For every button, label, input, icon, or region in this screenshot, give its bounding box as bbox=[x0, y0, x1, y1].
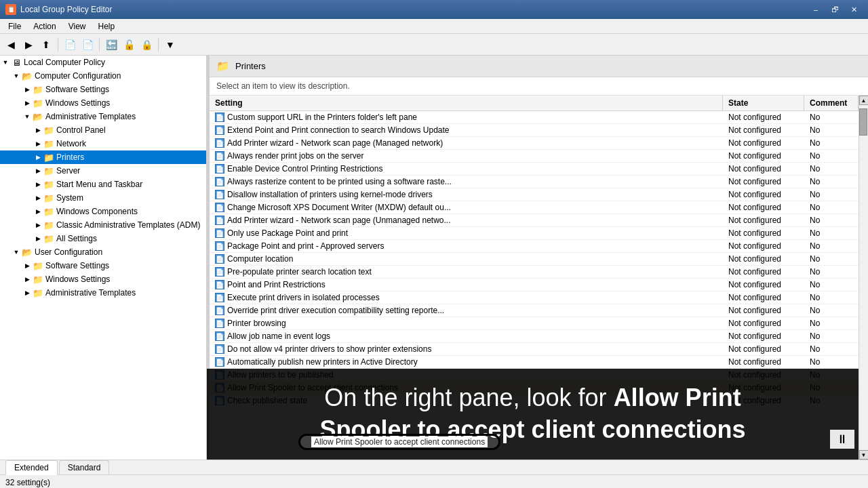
table-row[interactable]: 📄Override print driver execution compati… bbox=[210, 304, 859, 317]
policy-state-cell: Not configured bbox=[723, 356, 804, 368]
header-comment[interactable]: Comment bbox=[804, 96, 859, 110]
tree-toggle-windows-settings-user[interactable]: ▶ bbox=[22, 274, 33, 285]
table-row[interactable]: 📄Pre-populate printer search location te… bbox=[210, 266, 859, 279]
menu-view[interactable]: View bbox=[63, 19, 92, 34]
scrollbar[interactable]: ▲ ▼ bbox=[859, 96, 868, 460]
tree-toggle-computer-configuration[interactable]: ▼ bbox=[11, 70, 22, 81]
tree-item-printers[interactable]: ▶📁Printers bbox=[0, 150, 206, 164]
table-row[interactable]: 📄Check published stateNot configuredNo bbox=[210, 394, 859, 407]
tree-item-computer-configuration[interactable]: ▼📂Computer Configuration bbox=[0, 69, 206, 83]
forward-button[interactable]: ▶ bbox=[20, 37, 37, 53]
tree-toggle-administrative-templates[interactable]: ▼ bbox=[22, 111, 33, 122]
tree-toggle-all-settings[interactable]: ▶ bbox=[33, 233, 43, 244]
tree-toggle-local-computer-policy[interactable]: ▼ bbox=[0, 57, 11, 68]
filter-button[interactable]: ▼ bbox=[162, 37, 178, 53]
table-row[interactable]: 📄Allow job name in event logsNot configu… bbox=[210, 330, 859, 343]
tree-toggle-software-settings[interactable]: ▶ bbox=[22, 84, 33, 95]
tab-extended[interactable]: Extended bbox=[5, 460, 58, 475]
table-row[interactable]: 📄Computer locationNot configuredNo bbox=[210, 253, 859, 266]
content-panel: 📁 Printers Select an item to view its de… bbox=[210, 56, 868, 460]
table-row[interactable]: 📄Execute print drivers in isolated proce… bbox=[210, 291, 859, 304]
close-button[interactable]: ✕ bbox=[845, 3, 863, 16]
tree-toggle-server[interactable]: ▶ bbox=[33, 165, 43, 176]
policy-table[interactable]: Setting State Comment 📄Custom support UR… bbox=[210, 96, 859, 460]
tree-toggle-user-configuration[interactable]: ▼ bbox=[11, 247, 22, 258]
table-row[interactable]: 📄Custom support URL in the Printers fold… bbox=[210, 111, 859, 124]
new-window-button[interactable]: 📄 bbox=[79, 37, 96, 53]
tree-item-control-panel[interactable]: ▶📁Control Panel bbox=[0, 123, 206, 137]
table-row[interactable]: 📄Always render print jobs on the serverN… bbox=[210, 150, 859, 163]
table-row[interactable]: 📄Add Printer wizard - Network scan page … bbox=[210, 137, 859, 150]
back-button[interactable]: ◀ bbox=[3, 37, 19, 53]
table-row[interactable]: 📄Package Point and print - Approved serv… bbox=[210, 240, 859, 253]
tree-toggle-printers[interactable]: ▶ bbox=[33, 152, 43, 163]
policy-state-cell: Not configured bbox=[723, 201, 804, 214]
tree-item-user-configuration[interactable]: ▼📂User Configuration bbox=[0, 245, 206, 259]
restore-button[interactable]: 🗗 bbox=[826, 3, 844, 16]
menu-file[interactable]: File bbox=[3, 19, 26, 34]
content-header: 📁 Printers bbox=[210, 56, 868, 77]
policy-comment-cell: No bbox=[804, 188, 859, 201]
table-row[interactable]: 📄Always rasterize content to be printed … bbox=[210, 176, 859, 188]
tree-item-software-settings-user[interactable]: ▶📁Software Settings bbox=[0, 259, 206, 272]
header-setting[interactable]: Setting bbox=[210, 96, 723, 110]
tree-item-administrative-templates[interactable]: ▼📂Administrative Templates bbox=[0, 110, 206, 123]
table-row[interactable]: 📄Printer browsingNot configuredNo bbox=[210, 317, 859, 330]
minimize-button[interactable]: – bbox=[807, 3, 825, 16]
table-row[interactable]: 📄Automatically publish new printers in A… bbox=[210, 356, 859, 369]
table-row[interactable]: 📄Add Printer wizard - Network scan page … bbox=[210, 214, 859, 227]
pause-button[interactable]: ⏸ bbox=[830, 430, 854, 449]
show-hide-button[interactable]: 📄 bbox=[62, 37, 78, 53]
scroll-track[interactable] bbox=[859, 105, 868, 450]
tree-toggle-start-menu-taskbar[interactable]: ▶ bbox=[33, 179, 43, 190]
table-row[interactable]: 📄Change Microsoft XPS Document Writer (M… bbox=[210, 201, 859, 214]
tree-item-local-computer-policy[interactable]: ▼🖥Local Computer Policy bbox=[0, 56, 206, 69]
scroll-up-arrow[interactable]: ▲ bbox=[859, 96, 869, 105]
policy-state-cell: Not configured bbox=[723, 163, 804, 175]
menu-action[interactable]: Action bbox=[28, 19, 61, 34]
policy-state-cell: Not configured bbox=[723, 266, 804, 278]
tree-toggle-classic-admin-templates[interactable]: ▶ bbox=[33, 220, 43, 230]
scroll-down-arrow[interactable]: ▼ bbox=[859, 450, 869, 460]
header-state[interactable]: State bbox=[723, 96, 804, 110]
table-row[interactable]: 📄Point and Print RestrictionsNot configu… bbox=[210, 279, 859, 291]
scroll-thumb[interactable] bbox=[859, 108, 867, 136]
tree-toggle-system[interactable]: ▶ bbox=[33, 192, 43, 203]
table-row[interactable]: 📄Do not allow v4 printer drivers to show… bbox=[210, 343, 859, 356]
tree-item-windows-components[interactable]: ▶📁Windows Components bbox=[0, 205, 206, 218]
back2-button[interactable]: 🔙 bbox=[103, 37, 119, 53]
table-row[interactable]: 📄Disallow installation of printers using… bbox=[210, 188, 859, 201]
tree-item-classic-admin-templates[interactable]: ▶📁Classic Administrative Templates (ADM) bbox=[0, 218, 206, 232]
tree-toggle-administrative-templates-user[interactable]: ▶ bbox=[22, 287, 33, 298]
policy-name: Computer location bbox=[227, 254, 293, 264]
policy-state-cell: Not configured bbox=[723, 137, 804, 149]
table-row[interactable]: 📄Extend Point and Print connection to se… bbox=[210, 124, 859, 137]
table-row[interactable]: 📄Enable Device Control Printing Restrict… bbox=[210, 163, 859, 176]
menu-help[interactable]: Help bbox=[93, 19, 121, 34]
tree-item-network[interactable]: ▶📁Network bbox=[0, 137, 206, 150]
table-row[interactable]: 📄Allow printers to be publishedNot confi… bbox=[210, 369, 859, 382]
up-button[interactable]: ⬆ bbox=[38, 37, 54, 53]
tree-item-all-settings[interactable]: ▶📁All Settings bbox=[0, 232, 206, 245]
table-row[interactable]: 📄Allow Print Spooler to accept client co… bbox=[210, 382, 859, 394]
tree-item-windows-settings-user[interactable]: ▶📁Windows Settings bbox=[0, 272, 206, 286]
policy-comment-cell: No bbox=[804, 304, 859, 317]
tab-standard[interactable]: Standard bbox=[59, 460, 110, 474]
policy-name: Only use Package Point and print bbox=[227, 228, 348, 238]
toolbar-separator-1 bbox=[58, 38, 58, 52]
tree-toggle-network[interactable]: ▶ bbox=[33, 138, 43, 149]
tree-item-start-menu-taskbar[interactable]: ▶📁Start Menu and Taskbar bbox=[0, 178, 206, 191]
tree-toggle-software-settings-user[interactable]: ▶ bbox=[22, 260, 33, 271]
tree-item-administrative-templates-user[interactable]: ▶📁Administrative Templates bbox=[0, 286, 206, 300]
tree-item-windows-settings[interactable]: ▶📁Windows Settings bbox=[0, 96, 206, 110]
tree-item-server[interactable]: ▶📁Server bbox=[0, 164, 206, 178]
tree-item-software-settings[interactable]: ▶📁Software Settings bbox=[0, 83, 206, 96]
tree-icon-control-panel: 📁 bbox=[43, 125, 54, 136]
properties-button[interactable]: 🔓 bbox=[121, 37, 137, 53]
tree-toggle-windows-settings[interactable]: ▶ bbox=[22, 98, 33, 108]
help2-button[interactable]: 🔒 bbox=[138, 37, 155, 53]
tree-toggle-control-panel[interactable]: ▶ bbox=[33, 125, 43, 136]
tree-toggle-windows-components[interactable]: ▶ bbox=[33, 206, 43, 217]
table-row[interactable]: 📄Only use Package Point and printNot con… bbox=[210, 227, 859, 240]
tree-item-system[interactable]: ▶📁System bbox=[0, 191, 206, 205]
